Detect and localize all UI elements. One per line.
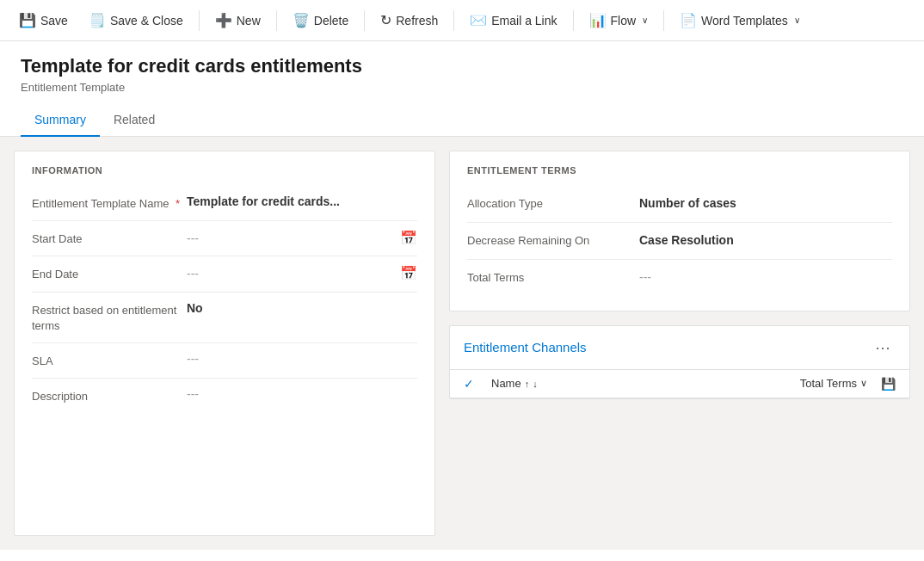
total-terms-column-header[interactable]: Total Terms ∨	[800, 377, 867, 390]
divider-4	[453, 10, 454, 31]
save-close-button[interactable]: 🗒️ Save & Close	[80, 7, 192, 34]
field-restrict-label: Restrict based on entitlement terms	[32, 301, 187, 334]
delete-icon: 🗑️	[293, 12, 310, 28]
channels-header: Entitlement Channels ⋯	[450, 326, 909, 370]
field-start-date: Start Date --- 📅	[32, 221, 417, 256]
toolbar: 💾 Save 🗒️ Save & Close ➕ New 🗑️ Delete ↻…	[0, 0, 924, 41]
word-templates-button[interactable]: 📄 Word Templates ∨	[671, 7, 809, 34]
tab-related[interactable]: Related	[100, 104, 169, 137]
new-button[interactable]: ➕ New	[206, 7, 269, 34]
word-templates-icon: 📄	[680, 12, 697, 28]
end-date-calendar-icon[interactable]: 📅	[400, 265, 417, 281]
field-total-terms-value[interactable]: ---	[639, 270, 892, 284]
tab-summary[interactable]: Summary	[21, 104, 100, 137]
field-start-date-label: Start Date	[32, 230, 187, 247]
delete-label: Delete	[314, 14, 348, 28]
field-sla-value[interactable]: ---	[187, 352, 417, 366]
channels-menu-button[interactable]: ⋯	[870, 336, 896, 359]
field-allocation-type: Allocation Type Number of cases	[467, 186, 892, 223]
channels-title: Entitlement Channels	[464, 340, 587, 354]
new-label: New	[237, 14, 261, 28]
divider-2	[276, 10, 277, 31]
email-link-label: Email a Link	[491, 14, 557, 28]
total-terms-dropdown-arrow[interactable]: ∨	[860, 378, 867, 389]
field-end-date-value[interactable]: --- 📅	[187, 265, 417, 281]
field-decrease-remaining-value[interactable]: Case Resolution	[639, 233, 892, 247]
divider-3	[364, 10, 365, 31]
content-area: INFORMATION Entitlement Template Name * …	[0, 137, 924, 550]
tab-summary-label: Summary	[34, 113, 86, 126]
right-wrapper: ENTITLEMENT TERMS Allocation Type Number…	[449, 151, 910, 536]
field-end-date-label: End Date	[32, 265, 187, 282]
field-decrease-remaining-label: Decrease Remaining On	[467, 233, 639, 249]
channels-save-icon[interactable]: 💾	[881, 377, 896, 391]
email-icon: ✉️	[470, 12, 487, 28]
page-header: Template for credit cards entitlements E…	[0, 41, 924, 94]
new-icon: ➕	[215, 12, 232, 28]
name-column-header[interactable]: Name ↑ ↓	[491, 377, 793, 390]
field-restrict-value[interactable]: No	[187, 301, 417, 315]
word-templates-dropdown-arrow: ∨	[794, 15, 800, 25]
entitlement-terms-card: ENTITLEMENT TERMS Allocation Type Number…	[449, 151, 910, 311]
information-section-title: INFORMATION	[32, 165, 417, 176]
field-description-value[interactable]: ---	[187, 387, 417, 401]
refresh-icon: ↻	[380, 12, 391, 28]
save-close-label: Save & Close	[110, 14, 183, 28]
field-total-terms: Total Terms ---	[467, 260, 892, 296]
name-sort-up[interactable]: ↑	[525, 379, 530, 389]
flow-icon: 📊	[589, 12, 607, 28]
check-column: ✓	[464, 377, 484, 391]
name-sort-down[interactable]: ↓	[533, 379, 538, 389]
entitlement-terms-title: ENTITLEMENT TERMS	[467, 165, 892, 176]
field-sla: SLA ---	[32, 343, 417, 379]
page-subtitle: Entitlement Template	[21, 81, 903, 94]
field-total-terms-label: Total Terms	[467, 270, 639, 286]
save-icon: 💾	[19, 12, 36, 28]
flow-button[interactable]: 📊 Flow ∨	[581, 7, 657, 34]
save-label: Save	[40, 14, 68, 28]
flow-label: Flow	[611, 14, 637, 28]
tabs: Summary Related	[0, 104, 924, 137]
field-decrease-remaining: Decrease Remaining On Case Resolution	[467, 223, 892, 260]
refresh-label: Refresh	[396, 14, 438, 28]
divider-1	[199, 10, 200, 31]
word-templates-label: Word Templates	[701, 14, 788, 28]
field-start-date-value[interactable]: --- 📅	[187, 230, 417, 246]
flow-dropdown-arrow: ∨	[642, 15, 648, 25]
channels-table-header: ✓ Name ↑ ↓ Total Terms ∨ 💾	[450, 370, 909, 398]
required-star: *	[176, 197, 180, 210]
field-template-name-label: Entitlement Template Name *	[32, 194, 187, 212]
tab-related-label: Related	[114, 113, 155, 126]
field-template-name: Entitlement Template Name * Template for…	[32, 186, 417, 221]
divider-5	[573, 10, 574, 31]
entitlement-channels-card: Entitlement Channels ⋯ ✓ Name ↑ ↓ Total …	[449, 325, 910, 399]
save-button[interactable]: 💾 Save	[10, 7, 77, 34]
field-allocation-type-value[interactable]: Number of cases	[639, 196, 892, 210]
field-allocation-type-label: Allocation Type	[467, 196, 639, 212]
field-description-label: Description	[32, 387, 187, 404]
delete-button[interactable]: 🗑️ Delete	[284, 7, 357, 34]
page-title: Template for credit cards entitlements	[21, 55, 903, 77]
email-link-button[interactable]: ✉️ Email a Link	[461, 7, 565, 34]
field-restrict: Restrict based on entitlement terms No	[32, 293, 417, 343]
start-date-calendar-icon[interactable]: 📅	[400, 230, 417, 246]
field-description: Description ---	[32, 379, 417, 413]
field-end-date: End Date --- 📅	[32, 256, 417, 292]
save-close-icon: 🗒️	[89, 12, 106, 28]
divider-6	[663, 10, 664, 31]
field-template-name-value[interactable]: Template for credit cards...	[187, 194, 417, 208]
field-sla-label: SLA	[32, 352, 187, 369]
refresh-button[interactable]: ↻ Refresh	[372, 7, 447, 34]
information-card: INFORMATION Entitlement Template Name * …	[14, 151, 435, 536]
